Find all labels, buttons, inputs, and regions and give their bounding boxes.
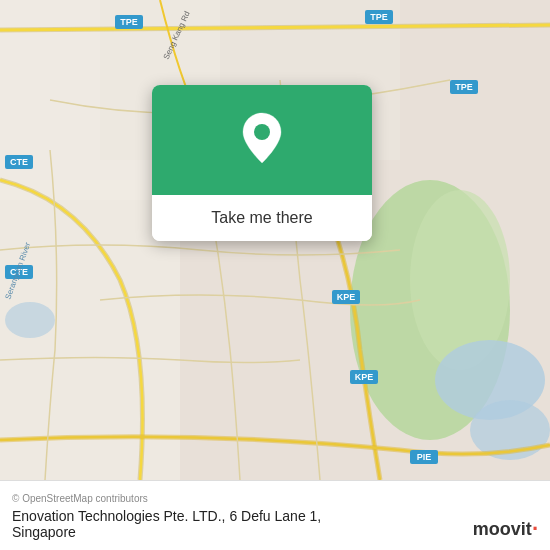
- popup-card: Take me there: [152, 85, 372, 241]
- svg-point-29: [254, 124, 270, 140]
- map-pin-icon: [238, 111, 286, 169]
- svg-text:TPE: TPE: [120, 17, 138, 27]
- bottom-bar: © OpenStreetMap contributors Enovation T…: [0, 480, 550, 550]
- svg-text:TPE: TPE: [370, 12, 388, 22]
- moovit-logo: moovit·: [473, 518, 538, 540]
- location-title: Enovation Technologies Pte. LTD., 6 Defu…: [12, 508, 538, 540]
- take-me-there-button[interactable]: Take me there: [211, 209, 312, 227]
- popup-green-section: [152, 85, 372, 195]
- svg-text:KPE: KPE: [337, 292, 356, 302]
- svg-text:PIE: PIE: [417, 452, 432, 462]
- moovit-dot: ·: [532, 518, 538, 540]
- svg-text:KPE: KPE: [355, 372, 374, 382]
- svg-point-8: [5, 302, 55, 338]
- popup-button-section[interactable]: Take me there: [152, 195, 372, 241]
- moovit-brand-text: moovit: [473, 519, 532, 540]
- map-container: TPE TPE TPE CTE CTE KPE KPE PIE Seng Kan…: [0, 0, 550, 480]
- svg-text:CTE: CTE: [10, 157, 28, 167]
- map-attribution: © OpenStreetMap contributors: [12, 493, 538, 504]
- svg-text:TPE: TPE: [455, 82, 473, 92]
